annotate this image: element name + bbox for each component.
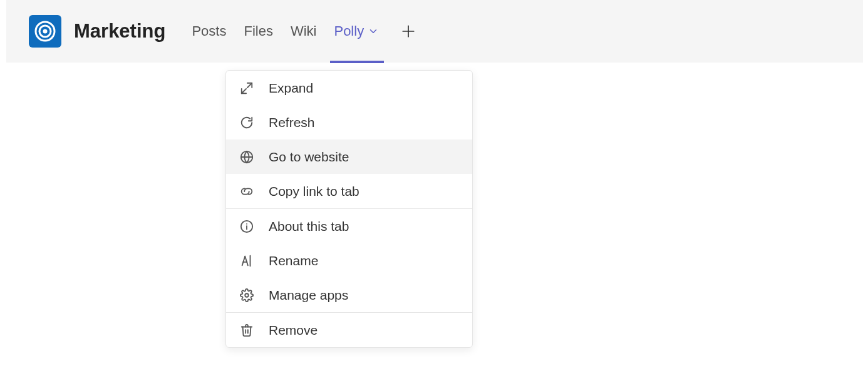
add-tab-button[interactable] xyxy=(400,23,416,39)
menu-item-go-to-website[interactable]: Go to website xyxy=(226,140,472,174)
channel-avatar-icon xyxy=(34,20,56,43)
tab-label: Wiki xyxy=(291,23,317,39)
channel-title: Marketing xyxy=(74,20,165,43)
globe-icon xyxy=(239,149,255,165)
svg-point-2 xyxy=(43,29,48,34)
trash-icon xyxy=(239,322,255,338)
menu-item-copy-link[interactable]: Copy link to tab xyxy=(226,174,472,208)
chevron-down-icon[interactable] xyxy=(368,26,379,37)
menu-item-expand[interactable]: Expand xyxy=(226,71,472,105)
tab-label: Files xyxy=(244,23,272,39)
menu-item-refresh[interactable]: Refresh xyxy=(226,105,472,140)
link-icon xyxy=(239,183,255,200)
menu-item-label: Go to website xyxy=(269,150,349,165)
menu-item-about[interactable]: About this tab xyxy=(226,209,472,243)
rename-icon xyxy=(239,253,255,269)
tab-files[interactable]: Files xyxy=(235,0,281,63)
menu-item-label: Remove xyxy=(269,323,318,338)
menu-item-label: Refresh xyxy=(269,115,315,130)
menu-item-label: Expand xyxy=(269,81,313,96)
expand-icon xyxy=(239,80,255,96)
svg-line-6 xyxy=(242,88,246,93)
gear-icon xyxy=(239,287,255,303)
svg-line-5 xyxy=(247,83,252,87)
tab-strip: Posts Files Wiki Polly xyxy=(183,0,416,63)
menu-item-manage-apps[interactable]: Manage apps xyxy=(226,278,472,312)
menu-item-rename[interactable]: Rename xyxy=(226,243,472,278)
tab-context-menu: Expand Refresh Go to website xyxy=(225,70,473,348)
menu-item-label: Manage apps xyxy=(269,288,348,303)
channel-header: Marketing Posts Files Wiki Polly xyxy=(6,0,863,63)
tab-label: Posts xyxy=(192,23,226,39)
svg-point-14 xyxy=(245,293,249,297)
svg-point-11 xyxy=(246,223,247,224)
menu-item-remove[interactable]: Remove xyxy=(226,313,472,347)
menu-item-label: Rename xyxy=(269,253,318,268)
tab-wiki[interactable]: Wiki xyxy=(282,0,326,63)
menu-item-label: Copy link to tab xyxy=(269,184,359,199)
tab-posts[interactable]: Posts xyxy=(183,0,235,63)
tab-polly[interactable]: Polly xyxy=(325,0,388,63)
info-icon xyxy=(239,218,255,235)
refresh-icon xyxy=(239,114,255,131)
tab-label: Polly xyxy=(334,23,364,39)
channel-avatar xyxy=(29,15,61,48)
menu-item-label: About this tab xyxy=(269,219,349,234)
